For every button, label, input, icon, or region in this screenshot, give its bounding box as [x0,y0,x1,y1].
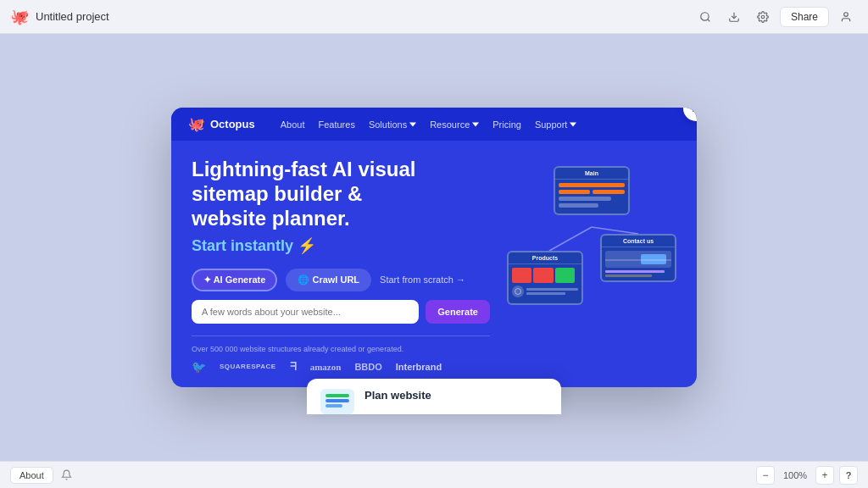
svg-line-1 [708,19,710,21]
svg-point-4 [844,12,849,16]
zoom-in-button[interactable]: + [815,466,834,485]
hero-heading: Lightning-fast AI visual sitemap builder… [192,158,490,230]
download-icon-button[interactable] [722,5,746,29]
mini-bar-green [326,394,349,397]
figma-logo: ᖷ [290,360,297,374]
sitemap-diagram-area: Main [507,158,676,361]
nav-link-support[interactable]: Support [535,119,577,130]
logos-section: Over 500 000 website structures already … [192,336,490,374]
bell-icon[interactable] [58,467,75,484]
sitemap-node-products-body [509,264,581,303]
teaser-icon [320,389,354,414]
preview-card-wrapper: ✕ 🐙 Octopus About Features Solutions Res [171,108,697,386]
search-bar: Generate [192,300,490,324]
svg-line-6 [592,227,638,234]
settings-icon-button[interactable] [751,5,775,29]
svg-line-5 [549,227,592,251]
sitemap-diagram: Main [507,166,676,361]
site-logo: 🐙 Octopus [188,116,255,132]
site-brand: Octopus [210,118,255,130]
interbrand-logo: Interbrand [396,362,442,372]
bottom-bar: About − 100% + ? [0,461,868,488]
site-nav: 🐙 Octopus About Features Solutions Resou… [171,108,697,141]
hero-section: Lightning-fast AI visual sitemap builder… [171,141,697,386]
hero-left: Lightning-fast AI visual sitemap builder… [192,158,490,373]
top-bar-left: 🐙 Untitled project [10,8,109,26]
sitemap-node-contact: Contact us [600,234,676,282]
smap-bar-orange [559,183,625,187]
website-description-input[interactable] [192,300,419,324]
smap-bar-purple-1 [605,270,665,273]
logos-text: Over 500 000 website structures already … [192,345,490,353]
smap-bar-split-2 [593,190,624,194]
amazon-logo: amazon [310,362,342,372]
bottom-bar-left: About [10,467,75,484]
sitemap-node-products: Products [507,251,583,305]
svg-point-0 [701,12,709,19]
squarespace-logo: SQUARESPACE [220,363,276,370]
site-logo-icon: 🐙 [188,116,205,132]
canvas-area: ✕ 🐙 Octopus About Features Solutions Res [0,34,868,461]
nav-link-about[interactable]: About [281,119,305,130]
tabs-row: ✦ AI Generate 🌐 Crawl URL Start from scr… [192,269,490,291]
smap-block-red-2 [533,268,553,283]
user-icon-button[interactable] [834,5,858,29]
tab-crawl-url[interactable]: 🌐 Crawl URL [286,269,371,291]
nav-link-resource[interactable]: Resource [430,119,479,130]
logos-row: 🐦 SQUARESPACE ᖷ amazon BBDO Interbrand [192,360,490,374]
teaser-title: Plan website [364,389,431,402]
sitemap-node-main: Main [554,166,630,215]
about-button[interactable]: About [10,467,53,484]
smap-bar-gray-1 [559,197,611,201]
smap-map-area [605,251,671,268]
teaser-card: Plan website [307,379,561,414]
smap-bar-gray-2 [559,203,598,208]
help-button[interactable]: ? [839,466,858,485]
twitter-logo: 🐦 [192,360,206,374]
sitemap-node-contact-body [602,247,675,280]
search-icon-button[interactable] [693,5,717,29]
smap-bar-split-1 [559,190,590,194]
tab-scratch[interactable]: Start from scratch → [380,274,465,285]
smap-bar-gray-contact [605,274,652,277]
octopus-logo-icon: 🐙 [10,8,29,26]
zoom-out-button[interactable]: − [756,466,775,485]
nav-links: About Features Solutions Resource Pricin… [281,119,577,130]
sitemap-node-products-header: Products [509,252,581,264]
top-bar-right: Share [693,5,858,29]
nav-link-solutions[interactable]: Solutions [369,119,416,130]
smap-block-red-1 [512,268,531,283]
generate-button[interactable]: Generate [426,300,490,324]
smap-lines-group [526,288,578,295]
smap-circle [512,286,524,297]
nav-link-features[interactable]: Features [318,119,354,130]
zoom-value: 100% [780,470,810,480]
sitemap-node-contact-header: Contact us [602,236,675,247]
mini-bar-blue [326,399,349,402]
sitemap-node-main-body [555,180,628,214]
tab-ai-generate[interactable]: ✦ AI Generate [192,269,277,291]
bbdo-logo: BBDO [354,362,381,372]
preview-card: ✕ 🐙 Octopus About Features Solutions Res [171,108,697,386]
svg-point-3 [761,15,765,19]
sitemap-node-main-header: Main [555,168,628,180]
hero-subheading: Start instantly ⚡ [192,236,490,255]
project-title: Untitled project [36,10,109,23]
bottom-bar-right: − 100% + ? [756,466,858,485]
top-bar: 🐙 Untitled project Share [0,0,868,34]
smap-block-green [555,268,575,283]
nav-link-pricing[interactable]: Pricing [492,119,521,130]
mini-bar-blue2 [326,404,342,408]
share-button[interactable]: Share [780,7,829,27]
